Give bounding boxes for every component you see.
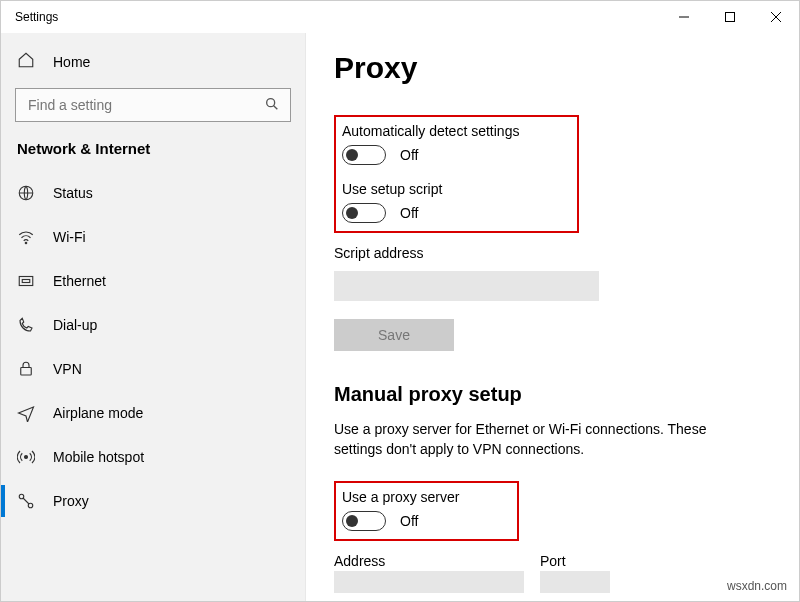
use-proxy-toggle[interactable]	[342, 511, 386, 531]
sidebar-item-label: Mobile hotspot	[53, 449, 144, 465]
port-input[interactable]	[540, 571, 610, 593]
sidebar-item-label: Ethernet	[53, 273, 106, 289]
use-proxy-state: Off	[400, 513, 418, 529]
svg-line-5	[274, 105, 278, 109]
sidebar-item-hotspot[interactable]: Mobile hotspot	[1, 435, 305, 479]
sidebar-item-status[interactable]: Status	[1, 171, 305, 215]
script-address-input[interactable]	[334, 271, 599, 301]
save-button[interactable]: Save	[334, 319, 454, 351]
home-icon	[17, 51, 35, 72]
sidebar-item-label: Wi-Fi	[53, 229, 86, 245]
svg-rect-9	[22, 280, 30, 283]
svg-point-11	[25, 456, 28, 459]
titlebar: Settings	[1, 1, 799, 33]
auto-detect-label: Automatically detect settings	[342, 123, 519, 139]
main-panel: Proxy Automatically detect settings Off …	[306, 33, 799, 601]
vpn-icon	[17, 360, 35, 378]
sidebar-item-wifi[interactable]: Wi-Fi	[1, 215, 305, 259]
script-address-label: Script address	[334, 245, 771, 261]
dialup-icon	[17, 316, 35, 334]
use-proxy-label: Use a proxy server	[342, 489, 459, 505]
window-controls	[661, 1, 799, 33]
svg-rect-1	[726, 13, 735, 22]
address-label: Address	[334, 553, 524, 569]
airplane-icon	[17, 404, 35, 422]
auto-detect-toggle[interactable]	[342, 145, 386, 165]
proxy-icon	[17, 492, 35, 510]
sidebar-item-proxy[interactable]: Proxy	[1, 479, 305, 523]
ethernet-icon	[17, 272, 35, 290]
maximize-button[interactable]	[707, 1, 753, 33]
watermark: wsxdn.com	[727, 579, 787, 593]
svg-rect-8	[19, 277, 33, 286]
sidebar-item-ethernet[interactable]: Ethernet	[1, 259, 305, 303]
port-column: Port	[540, 553, 610, 593]
sidebar-item-vpn[interactable]: VPN	[1, 347, 305, 391]
highlight-box-useproxy: Use a proxy server Off	[334, 481, 519, 541]
wifi-icon	[17, 228, 35, 246]
window-title: Settings	[15, 10, 58, 24]
setup-script-toggle[interactable]	[342, 203, 386, 223]
port-label: Port	[540, 553, 610, 569]
setup-script-state: Off	[400, 205, 418, 221]
sidebar-item-label: Proxy	[53, 493, 89, 509]
highlight-box-autoproxy: Automatically detect settings Off Use se…	[334, 115, 579, 233]
sidebar-item-label: Dial-up	[53, 317, 97, 333]
svg-rect-10	[21, 368, 32, 376]
address-column: Address	[334, 553, 524, 593]
sidebar-category: Network & Internet	[1, 134, 305, 171]
sidebar-item-airplane[interactable]: Airplane mode	[1, 391, 305, 435]
status-icon	[17, 184, 35, 202]
setup-script-label: Use setup script	[342, 181, 519, 197]
address-input[interactable]	[334, 571, 524, 593]
svg-point-7	[25, 242, 27, 244]
svg-point-4	[267, 98, 275, 106]
sidebar: Home Network & Internet Status Wi-Fi E	[1, 33, 306, 601]
manual-proxy-heading: Manual proxy setup	[334, 383, 771, 406]
page-title: Proxy	[334, 51, 771, 85]
minimize-button[interactable]	[661, 1, 707, 33]
auto-detect-state: Off	[400, 147, 418, 163]
search-box[interactable]	[15, 88, 291, 122]
close-button[interactable]	[753, 1, 799, 33]
sidebar-home-label: Home	[53, 54, 90, 70]
sidebar-item-dialup[interactable]: Dial-up	[1, 303, 305, 347]
sidebar-item-label: VPN	[53, 361, 82, 377]
search-input[interactable]	[26, 96, 264, 114]
manual-proxy-description: Use a proxy server for Ethernet or Wi-Fi…	[334, 420, 754, 459]
search-icon	[264, 96, 280, 115]
sidebar-home[interactable]: Home	[1, 41, 305, 82]
sidebar-item-label: Status	[53, 185, 93, 201]
sidebar-item-label: Airplane mode	[53, 405, 143, 421]
hotspot-icon	[17, 448, 35, 466]
